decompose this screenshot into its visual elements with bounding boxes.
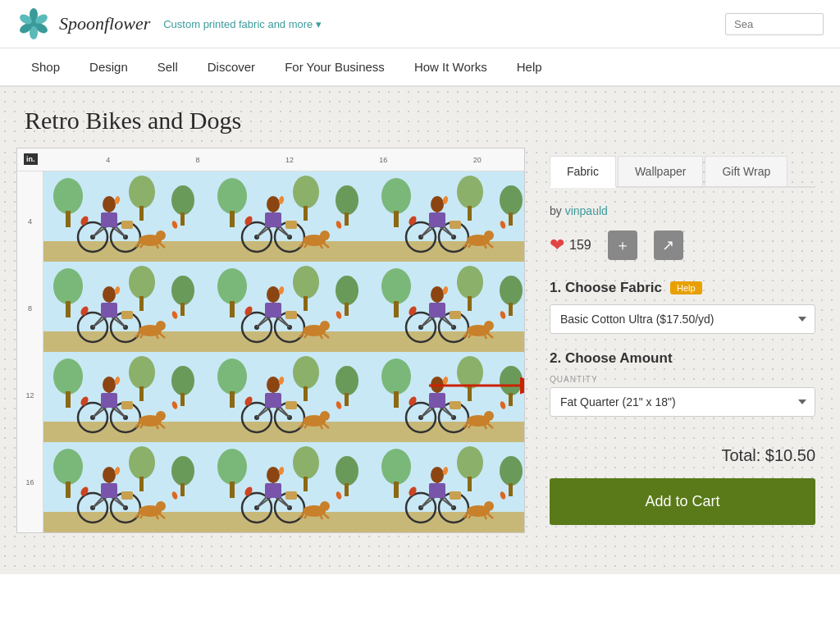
ruler-left-tick-16: 16 [25,478,34,486]
help-badge[interactable]: Help [670,281,702,294]
ruler-tick-8: 8 [196,156,200,164]
svg-rect-36 [43,171,524,532]
tab-gift-wrap[interactable]: Gift Wrap [705,156,788,186]
ruler-left: 4 8 12 16 [17,171,43,532]
ruler-ticks-top: 4 8 12 16 20 [47,156,524,164]
choose-amount-label: 2. Choose Amount [550,350,815,367]
add-to-collection-button[interactable]: ＋ [608,231,637,260]
ruler-tick-4: 4 [106,156,110,164]
pattern-row: 4 8 12 16 [17,171,524,532]
author-link[interactable]: vinpauld [565,204,608,217]
choose-fabric-label: 1. Choose Fabric Help [550,280,815,296]
site-name: Spoonflower [59,13,150,34]
share-icon: ↗ [662,236,674,254]
product-image-wrapper: in. 4 8 12 16 20 4 8 12 16 [16,148,525,533]
fabric-select[interactable]: Basic Cotton Ultra ($17.50/yd) Kona Cott… [550,304,815,334]
author-line: by vinpauld [550,204,815,217]
nav-item-help[interactable]: Help [502,48,557,85]
header: Spoonflower Custom printed fabric and mo… [0,0,840,48]
arrow-svg [421,369,524,402]
share-button[interactable]: ↗ [654,231,683,260]
tagline-text: Custom printed fabric and more [163,18,313,30]
arrow-annotation [421,369,524,405]
nav-item-shop[interactable]: Shop [16,48,75,85]
logo-area: Spoonflower [16,7,150,41]
nav-item-design[interactable]: Design [75,48,143,85]
ruler-tick-20: 20 [473,156,482,164]
ruler-unit-label: in. [24,153,38,165]
like-button[interactable]: ❤ 159 [550,235,591,256]
plus-icon: ＋ [615,235,630,255]
product-info-col: Fabric Wallpaper Gift Wrap by vinpauld ❤… [541,148,840,550]
tab-wallpaper[interactable]: Wallpaper [618,156,704,186]
product-image-col: in. 4 8 12 16 20 4 8 12 16 [0,148,541,550]
nav-item-discover[interactable]: Discover [193,48,270,85]
main-nav: Shop Design Sell Discover For Your Busin… [0,48,840,87]
pattern-svg [43,171,524,532]
ruler-tick-12: 12 [285,156,294,164]
like-count: 159 [569,238,591,253]
ruler-left-tick-12: 12 [25,391,34,399]
total-line: Total: $10.50 [550,446,815,465]
add-to-cart-button[interactable]: Add to Cart [550,478,815,525]
quantity-label: QUANTITY [550,375,815,384]
ruler-top: in. 4 8 12 16 20 [17,148,524,171]
choose-amount-text: 2. Choose Amount [550,350,673,367]
tagline-link[interactable]: Custom printed fabric and more ▾ [163,18,322,30]
ruler-left-tick-8: 8 [28,304,32,313]
fabric-pattern [43,171,524,532]
action-bar: ❤ 159 ＋ ↗ [550,231,815,260]
hero-section: Retro Bikes and Dogs [0,87,840,148]
product-section: in. 4 8 12 16 20 4 8 12 16 [0,148,840,574]
heart-icon: ❤ [550,235,564,256]
nav-item-sell[interactable]: Sell [143,48,193,85]
product-tabs: Fabric Wallpaper Gift Wrap [550,156,815,188]
choose-fabric-text: 1. Choose Fabric [550,280,662,296]
nav-item-how-it-works[interactable]: How It Works [399,48,502,85]
product-title: Retro Bikes and Dogs [25,107,815,135]
tagline-arrow-icon: ▾ [316,18,322,30]
tab-fabric[interactable]: Fabric [550,156,616,188]
nav-item-for-your-business[interactable]: For Your Business [270,48,399,85]
ruler-left-tick-4: 4 [28,217,32,226]
amount-select[interactable]: Fat Quarter (21" x 18") One Yard (56" x … [550,387,815,417]
ruler-tick-16: 16 [379,156,387,164]
search-input[interactable] [725,13,824,35]
spoonflower-logo-icon [16,7,51,41]
